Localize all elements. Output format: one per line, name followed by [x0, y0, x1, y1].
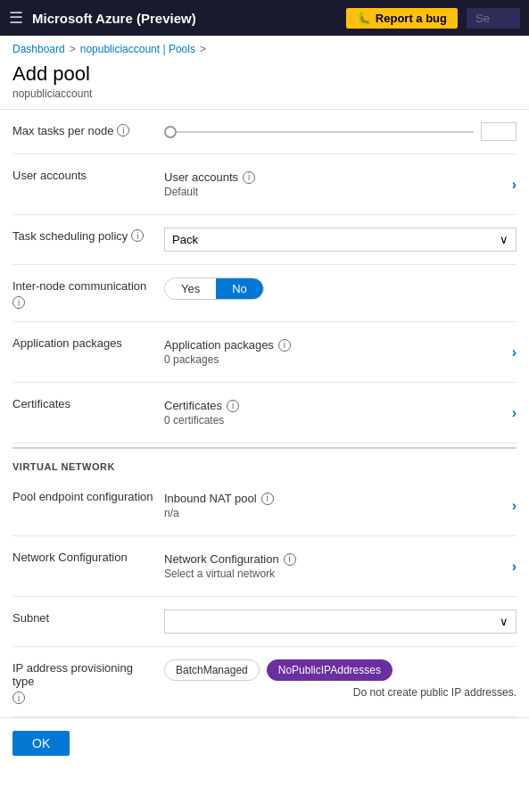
max-tasks-info-icon[interactable]: i	[117, 124, 129, 137]
max-tasks-label: Max tasks per node i	[12, 122, 155, 137]
internode-no-button[interactable]: No	[216, 278, 263, 299]
app-title: Microsoft Azure (Preview)	[32, 11, 337, 26]
network-config-chevron-icon: ›	[512, 559, 517, 575]
breadcrumb-sep2: >	[200, 43, 206, 55]
internode-row: Inter-node communication i Yes No	[12, 265, 517, 322]
user-accounts-control: User accounts i Default ›	[164, 167, 517, 202]
app-packages-label: Application packages	[12, 335, 155, 350]
breadcrumb-dashboard[interactable]: Dashboard	[12, 43, 65, 55]
max-tasks-control: 1	[164, 122, 517, 141]
app-packages-item[interactable]: Application packages i 0 packages ›	[164, 335, 517, 369]
ip-desc: Do not create public IP addresses.	[164, 686, 517, 699]
internode-toggle: Yes No	[164, 278, 264, 300]
breadcrumb-pools[interactable]: nopubliciaccount | Pools	[80, 43, 195, 55]
network-config-label: Network Configuration	[12, 549, 155, 564]
pool-endpoint-item[interactable]: Inbound NAT pool i n/a ›	[164, 488, 517, 523]
breadcrumb-sep1: >	[70, 43, 76, 55]
user-accounts-title: User accounts	[164, 170, 238, 184]
subnet-dropdown[interactable]: ∨	[164, 609, 517, 634]
certs-chevron-icon: ›	[512, 405, 517, 421]
bug-icon: 🐛	[357, 12, 371, 25]
task-scheduling-label: Task scheduling policy i	[12, 228, 155, 243]
ip-provisioning-control: BatchManaged NoPublicIPAddresses Do not …	[164, 659, 517, 699]
breadcrumb: Dashboard > nopubliciaccount | Pools >	[0, 36, 529, 59]
task-scheduling-chevron-icon: ∨	[500, 233, 508, 246]
ip-provisioning-label: IP address provisioning type i	[12, 659, 155, 704]
pool-endpoint-sub: n/a	[164, 507, 274, 519]
user-accounts-item[interactable]: User accounts i Default ›	[164, 167, 517, 202]
user-accounts-label: User accounts	[12, 167, 155, 182]
user-accounts-sub: Default	[164, 186, 255, 198]
certs-item[interactable]: Certificates i 0 certificates ›	[164, 395, 517, 430]
app-packages-row: Application packages Application package…	[12, 322, 517, 383]
pool-endpoint-label: Pool endpoint configuration	[12, 488, 155, 503]
internode-control: Yes No	[164, 278, 517, 300]
certs-sub: 0 certificates	[164, 414, 239, 427]
subnet-label: Subnet	[12, 609, 155, 625]
pool-endpoint-info-icon[interactable]: i	[261, 493, 274, 505]
ip-batch-managed-button[interactable]: BatchManaged	[164, 659, 260, 681]
search-input[interactable]	[467, 8, 520, 29]
page-title: Add pool	[12, 62, 517, 86]
internode-label: Inter-node communication i	[12, 278, 155, 309]
task-scheduling-row: Task scheduling policy i Pack ∨	[12, 215, 517, 265]
ok-button[interactable]: OK	[12, 731, 70, 756]
form-content: Max tasks per node i 1 User accounts Use…	[0, 110, 529, 717]
network-config-control: Network Configuration i Select a virtual…	[164, 549, 517, 584]
app-packages-control: Application packages i 0 packages ›	[164, 335, 517, 369]
report-bug-button[interactable]: 🐛 Report a bug	[346, 8, 458, 29]
task-scheduling-dropdown[interactable]: Pack ∨	[164, 228, 517, 252]
network-config-title: Network Configuration	[164, 552, 279, 566]
certs-title: Certificates	[164, 399, 222, 412]
network-config-info-icon[interactable]: i	[284, 553, 296, 566]
ip-btn-group: BatchManaged NoPublicIPAddresses	[164, 659, 517, 681]
ip-no-public-button[interactable]: NoPublicIPAddresses	[267, 659, 393, 681]
certs-control: Certificates i 0 certificates ›	[164, 395, 517, 430]
pool-endpoint-row: Pool endpoint configuration Inbound NAT …	[12, 476, 517, 536]
certs-info-icon[interactable]: i	[227, 400, 239, 412]
max-tasks-value[interactable]: 1	[481, 122, 517, 141]
app-packages-sub: 0 packages	[164, 353, 291, 366]
pool-endpoint-chevron-icon: ›	[512, 498, 517, 514]
app-packages-chevron-icon: ›	[512, 344, 517, 360]
page-subtitle: nopubliciaccount	[12, 87, 517, 100]
app-packages-title: Application packages	[164, 338, 274, 352]
bug-btn-label: Report a bug	[376, 12, 447, 25]
menu-icon[interactable]: ☰	[9, 8, 23, 28]
ip-provisioning-row: IP address provisioning type i BatchMana…	[12, 647, 517, 717]
app-packages-info-icon[interactable]: i	[278, 339, 291, 352]
subnet-chevron-icon: ∨	[500, 615, 508, 628]
subnet-row: Subnet ∨	[12, 597, 517, 647]
topbar: ☰ Microsoft Azure (Preview) 🐛 Report a b…	[0, 0, 529, 36]
network-config-sub: Select a virtual network	[164, 568, 296, 580]
user-accounts-chevron-icon: ›	[512, 177, 517, 193]
certs-label: Certificates	[12, 395, 155, 410]
vnet-section-heading: VIRTUAL NETWORK	[12, 447, 517, 476]
max-tasks-slider[interactable]	[164, 131, 474, 133]
user-accounts-info-icon[interactable]: i	[243, 171, 255, 184]
internode-yes-button[interactable]: Yes	[165, 278, 216, 299]
user-accounts-row: User accounts User accounts i Default ›	[12, 154, 517, 215]
ok-btn-area: OK	[0, 717, 529, 768]
task-scheduling-info-icon[interactable]: i	[131, 229, 144, 242]
task-scheduling-control: Pack ∨	[164, 228, 517, 252]
max-tasks-row: Max tasks per node i 1	[12, 110, 517, 154]
ip-provisioning-info-icon[interactable]: i	[12, 692, 25, 704]
pool-endpoint-title: Inbound NAT pool	[164, 492, 257, 505]
network-config-item[interactable]: Network Configuration i Select a virtual…	[164, 549, 517, 584]
subnet-control: ∨	[164, 609, 517, 634]
network-config-row: Network Configuration Network Configurat…	[12, 536, 517, 597]
certs-row: Certificates Certificates i 0 certificat…	[12, 383, 517, 443]
internode-info-icon[interactable]: i	[12, 296, 25, 309]
pool-endpoint-control: Inbound NAT pool i n/a ›	[164, 488, 517, 523]
task-scheduling-value: Pack	[172, 233, 198, 246]
page-title-area: Add pool nopubliciaccount	[0, 59, 529, 110]
